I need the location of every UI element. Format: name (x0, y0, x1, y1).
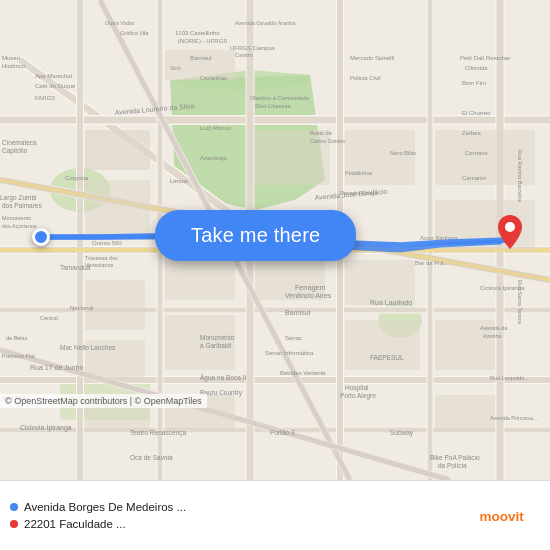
svg-rect-41 (85, 280, 145, 330)
svg-text:Senac Informática: Senac Informática (265, 350, 314, 356)
svg-text:Bike PoA Palácio: Bike PoA Palácio (430, 454, 480, 461)
svg-text:Nacional: Nacional (70, 305, 93, 311)
svg-text:Petit Dalí Restobar: Petit Dalí Restobar (460, 55, 510, 61)
svg-text:Monumento: Monumento (2, 215, 31, 221)
svg-rect-47 (345, 320, 420, 370)
svg-text:dos Açorianos: dos Açorianos (2, 223, 37, 229)
svg-text:Lemos: Lemos (170, 178, 188, 184)
svg-text:Teatro Renascença: Teatro Renascença (130, 429, 186, 437)
svg-text:Bebidas Vertente: Bebidas Vertente (280, 370, 326, 376)
svg-text:Camarim: Camarim (462, 175, 486, 181)
svg-text:FAEPESUL: FAEPESUL (370, 354, 404, 361)
moovit-icon: moovit (478, 502, 538, 530)
svg-rect-38 (85, 130, 150, 170)
svg-text:Banrisul: Banrisul (190, 55, 212, 61)
svg-text:Luiz Afonso: Luiz Afonso (200, 125, 232, 131)
destination-dot-icon (10, 520, 18, 528)
svg-text:Histórico: Histórico (2, 63, 26, 69)
svg-text:Rua Ramiro Barcelos: Rua Ramiro Barcelos (517, 150, 523, 203)
svg-text:Cavanhas: Cavanhas (200, 75, 227, 81)
svg-text:moovit: moovit (480, 508, 525, 523)
svg-text:Copystar: Copystar (65, 175, 89, 181)
svg-text:Venezianos: Venezianos (85, 262, 114, 268)
svg-text:Rua Laurindo: Rua Laurindo (370, 299, 412, 306)
svg-text:1103 Castellinho: 1103 Castellinho (175, 30, 220, 36)
svg-text:Outra Visão: Outra Visão (105, 20, 134, 26)
svg-rect-39 (85, 180, 150, 240)
svg-text:Carlos Gomes: Carlos Gomes (310, 138, 345, 144)
svg-text:Recanto Grego: Recanto Grego (340, 190, 377, 196)
svg-text:Busto de: Busto de (310, 130, 332, 136)
address-panel: Avenida Borges De Medeiros ... 22201 Fac… (10, 501, 540, 530)
svg-text:Obelisco à Comunidade: Obelisco à Comunidade (250, 95, 309, 101)
svg-text:FARGS: FARGS (35, 95, 55, 101)
svg-text:Avenida Princesa...: Avenida Princesa... (490, 415, 538, 421)
svg-text:Zerbes: Zerbes (462, 130, 481, 136)
svg-text:Acun Santana: Acun Santana (420, 235, 458, 241)
svg-text:Clinivida: Clinivida (465, 65, 488, 71)
svg-text:Ferragem: Ferragem (295, 284, 326, 292)
svg-text:Centro: Centro (235, 52, 254, 58)
svg-text:Outros 500: Outros 500 (92, 240, 122, 246)
origin-marker (32, 228, 50, 246)
svg-text:Azenha: Azenha (483, 333, 503, 339)
svg-text:Novo Bilac: Novo Bilac (390, 150, 417, 156)
svg-text:Azambuja: Azambuja (200, 155, 227, 161)
svg-text:Travessa dos: Travessa dos (85, 255, 118, 261)
svg-text:Ape Marechal: Ape Marechal (35, 73, 72, 79)
svg-text:Subway: Subway (390, 429, 414, 437)
svg-text:Ciclovia Ipiranga: Ciclovia Ipiranga (20, 424, 72, 432)
svg-text:Rua Santa Tereza: Rua Santa Tereza (517, 280, 523, 325)
origin-dot-icon (10, 503, 18, 511)
origin-row: Avenida Borges De Medeiros ... (10, 501, 480, 513)
svg-text:El Churreo: El Churreo (462, 110, 491, 116)
bottom-bar: Avenida Borges De Medeiros ... 22201 Fac… (0, 480, 550, 550)
svg-text:Sírio-Libanesa: Sírio-Libanesa (255, 103, 291, 109)
destination-marker (498, 215, 522, 249)
svg-text:Mercado Spinelli: Mercado Spinelli (350, 55, 394, 61)
svg-text:(NORIE) - UFRGS: (NORIE) - UFRGS (178, 38, 227, 44)
svg-text:da Polícia: da Polícia (438, 462, 467, 469)
svg-text:Hospital: Hospital (345, 384, 369, 392)
svg-text:Premium Flat: Premium Flat (2, 353, 35, 359)
svg-text:Cinemateca: Cinemateca (2, 139, 37, 146)
moovit-logo: moovit (478, 502, 538, 530)
svg-text:Oca de Savoia: Oca de Savoia (130, 454, 173, 461)
svg-text:UFRGS Campus: UFRGS Campus (230, 45, 275, 51)
svg-rect-42 (165, 255, 235, 300)
svg-text:Café do Duque: Café do Duque (35, 83, 76, 89)
destination-row: 22201 Faculdade ... (10, 518, 480, 530)
svg-text:Bom Fim: Bom Fim (462, 80, 486, 86)
svg-text:Capitólio: Capitólio (2, 147, 28, 155)
destination-address: 22201 Faculdade ... (24, 518, 126, 530)
svg-text:Central: Central (40, 315, 58, 321)
svg-text:Correios: Correios (465, 150, 488, 156)
svg-text:Senac: Senac (285, 335, 302, 341)
svg-rect-55 (435, 395, 495, 430)
svg-text:Avenida da: Avenida da (480, 325, 508, 331)
svg-text:Rua Leopoldo...: Rua Leopoldo... (490, 375, 529, 381)
take-me-there-button[interactable]: Take me there (155, 210, 356, 261)
map-attribution: © OpenStreetMap contributors | © OpenMap… (0, 394, 207, 408)
svg-text:Venâncio Aires: Venâncio Aires (285, 292, 332, 299)
svg-text:Banrisul: Banrisul (285, 309, 311, 316)
svg-text:Pedalinhos: Pedalinhos (345, 170, 372, 176)
svg-text:dos Palmares: dos Palmares (2, 202, 42, 209)
svg-text:Gráfica Vila: Gráfica Vila (120, 30, 149, 36)
svg-text:Água na Boca II: Água na Boca II (200, 373, 246, 382)
svg-text:Mac Nello Lanches: Mac Nello Lanches (60, 344, 116, 351)
svg-text:Bar da Fra...: Bar da Fra... (415, 260, 449, 266)
origin-address: Avenida Borges De Medeiros ... (24, 501, 186, 513)
svg-text:a Garibaldi: a Garibaldi (200, 342, 231, 349)
svg-point-142 (505, 222, 515, 232)
svg-text:Rua 17 de Junho: Rua 17 de Junho (30, 364, 83, 371)
map-container: Avenida Loureiro da Silva Rua da Repúbli… (0, 0, 550, 480)
svg-text:Porto Alegre: Porto Alegre (340, 392, 376, 400)
svg-text:Avenida Osvaldo Aranha: Avenida Osvaldo Aranha (235, 20, 296, 26)
svg-text:Policia Civil: Policia Civil (350, 75, 381, 81)
svg-text:Xirú: Xirú (170, 65, 181, 71)
svg-text:Monumento: Monumento (200, 334, 235, 341)
svg-text:de Belas: de Belas (6, 335, 28, 341)
svg-text:Avenida Praia de Belas: Avenida Praia de Belas (0, 172, 1, 245)
svg-text:Largo Zumbi: Largo Zumbi (0, 194, 37, 202)
